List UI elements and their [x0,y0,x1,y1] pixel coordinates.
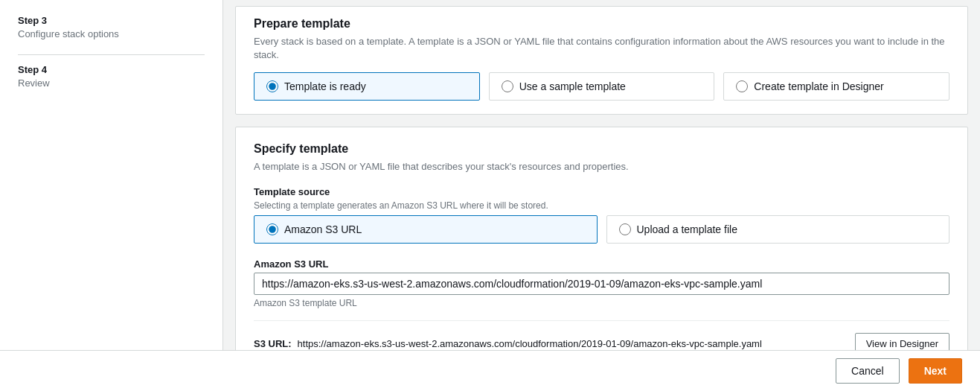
sidebar-step4-label: Review [18,77,205,89]
s3-url-static-label: S3 URL: [254,338,292,349]
cancel-button[interactable]: Cancel [836,358,900,384]
sidebar-step3-label: Configure stack options [18,28,205,39]
option-upload-template-file-radio[interactable] [619,223,631,235]
template-source-section: Template source Selecting a template gen… [254,186,949,244]
option-template-is-ready-radio[interactable] [266,80,278,92]
sidebar-step4: Step 4 Review [18,64,205,89]
sidebar-divider [18,54,205,55]
template-source-options: Amazon S3 URL Upload a template file [254,215,949,244]
option-use-sample-template-label: Use a sample template [519,80,626,92]
view-in-designer-button[interactable]: View in Designer [855,333,949,350]
option-template-is-ready-label: Template is ready [284,80,366,92]
amazon-s3-url-label: Amazon S3 URL [254,258,949,270]
s3-url-display-row: S3 URL: https://amazon-eks.s3-us-west-2.… [254,320,949,350]
option-create-template-designer-label: Create template in Designer [754,80,883,92]
sidebar-step3: Step 3 Configure stack options [18,15,205,39]
sidebar: Step 3 Configure stack options Step 4 Re… [0,0,223,350]
specify-template-title: Specify template [254,142,949,156]
prepare-template-options: Template is ready Use a sample template … [254,72,949,101]
template-source-label: Template source [254,186,949,197]
option-use-sample-template-radio[interactable] [502,80,513,92]
sidebar-step3-number: Step 3 [18,15,205,26]
footer: Cancel Next [0,350,980,391]
option-amazon-s3-url-label: Amazon S3 URL [284,223,362,235]
amazon-s3-url-section: Amazon S3 URL Amazon S3 template URL [254,258,949,308]
option-amazon-s3-url[interactable]: Amazon S3 URL [254,215,598,244]
option-template-is-ready[interactable]: Template is ready [254,72,480,101]
specify-template-description: A template is a JSON or YAML file that d… [254,160,949,174]
option-create-template-designer[interactable]: Create template in Designer [723,72,949,101]
option-use-sample-template[interactable]: Use a sample template [489,72,715,101]
option-upload-template-file-label: Upload a template file [637,223,737,235]
option-upload-template-file[interactable]: Upload a template file [606,215,950,244]
prepare-template-description: Every stack is based on a template. A te… [254,35,949,62]
main-content: Prepare template Every stack is based on… [223,0,980,350]
amazon-s3-url-sublabel: Amazon S3 template URL [254,298,949,308]
prepare-template-section: Prepare template Every stack is based on… [235,6,968,115]
s3-url-value: https://amazon-eks.s3-us-west-2.amazonaw… [298,338,849,349]
amazon-s3-url-input[interactable] [254,273,949,295]
option-create-template-designer-radio[interactable] [736,80,748,92]
template-source-sublabel: Selecting a template generates an Amazon… [254,200,949,211]
prepare-template-title: Prepare template [254,17,949,31]
specify-template-card: Specify template A template is a JSON or… [235,127,968,350]
option-amazon-s3-url-radio[interactable] [266,223,278,235]
sidebar-step4-number: Step 4 [18,64,205,75]
next-button[interactable]: Next [909,358,962,384]
